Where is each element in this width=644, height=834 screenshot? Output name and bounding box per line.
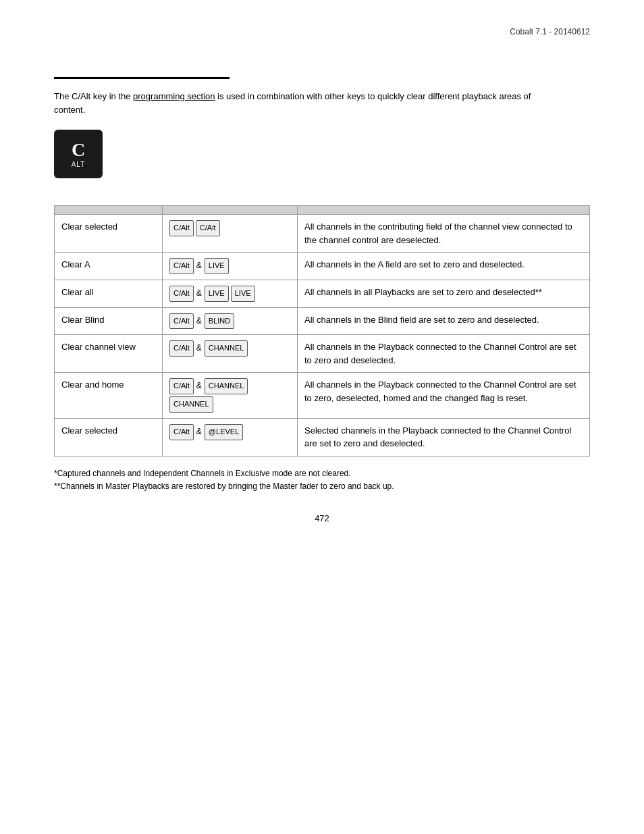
key-combo: C/Alt&CHANNEL <box>169 340 290 357</box>
key-badge: CHANNEL <box>169 396 213 413</box>
page-number: 472 <box>54 513 590 523</box>
key-badge: C/Alt <box>196 220 220 236</box>
key-combo: C/Alt&BLIND <box>169 313 290 330</box>
key-combo: C/Alt&LIVE <box>169 258 290 274</box>
footnotes: *Captured channels and Independent Chann… <box>54 467 590 493</box>
footnote-1: *Captured channels and Independent Chann… <box>54 467 590 480</box>
key-badge: C/Alt <box>169 220 194 236</box>
key-combo: C/Alt&@LEVEL <box>169 424 290 440</box>
key-letter: C <box>72 140 85 159</box>
key-badge: C/Alt <box>169 313 194 330</box>
intro-text-before: The C/Alt key in the <box>54 91 133 101</box>
shortcuts-table: Clear selectedC/AltC/AltAll channels in … <box>54 205 590 457</box>
key-badge: C/Alt <box>169 340 194 357</box>
description-cell: All channels in the contributing field o… <box>298 215 590 253</box>
table-row: Clear selectedC/AltC/AltAll channels in … <box>55 215 590 253</box>
col-header-action <box>55 206 163 215</box>
action-cell: Clear selected <box>55 215 163 253</box>
key-badge: LIVE <box>205 258 229 274</box>
action-cell: Clear A <box>55 253 163 280</box>
description-cell: All channels in the Playback connected t… <box>298 335 590 373</box>
key-combo: C/Alt&LIVELIVE <box>169 286 290 302</box>
description-cell: All channels in all Playbacks are set to… <box>298 280 590 307</box>
key-badge: @LEVEL <box>205 424 243 440</box>
c-alt-key-image: C ALT <box>54 130 103 178</box>
keys-cell: C/Alt&BLIND <box>163 307 298 335</box>
key-badge: LIVE <box>205 286 229 302</box>
keys-cell: C/AltC/Alt <box>163 215 298 253</box>
table-row: Clear allC/Alt&LIVELIVEAll channels in a… <box>55 280 590 307</box>
col-header-description <box>298 206 590 215</box>
intro-paragraph: The C/Alt key in the programming section… <box>54 90 540 116</box>
key-badge: C/Alt <box>169 286 194 302</box>
page: Cobalt 7.1 - 20140612 The C/Alt key in t… <box>0 0 644 550</box>
keys-cell: C/Alt&LIVE <box>163 253 298 280</box>
col-header-keys <box>163 206 298 215</box>
key-combo: C/Alt&CHANNELCHANNEL <box>169 378 290 413</box>
description-cell: All channels in the Blind field are set … <box>298 307 590 335</box>
action-cell: Clear and home <box>55 373 163 419</box>
table-row: Clear channel viewC/Alt&CHANNELAll chann… <box>55 335 590 373</box>
description-cell: Selected channels in the Playback connec… <box>298 418 590 456</box>
key-badge: CHANNEL <box>205 378 248 394</box>
key-badge: C/Alt <box>169 258 194 274</box>
keys-cell: C/Alt&@LEVEL <box>163 418 298 456</box>
table-row: Clear selectedC/Alt&@LEVELSelected chann… <box>55 418 590 456</box>
table-row: Clear AC/Alt&LIVEAll channels in the A f… <box>55 253 590 280</box>
keys-cell: C/Alt&CHANNEL <box>163 335 298 373</box>
key-badge: C/Alt <box>169 378 194 394</box>
section-divider <box>54 77 230 79</box>
key-combo: C/AltC/Alt <box>169 220 290 236</box>
key-badge: LIVE <box>231 286 255 302</box>
page-header: Cobalt 7.1 - 20140612 <box>54 27 590 36</box>
keys-cell: C/Alt&CHANNELCHANNEL <box>163 373 298 419</box>
description-cell: All channels in the Playback connected t… <box>298 373 590 419</box>
programming-section-link[interactable]: programming section <box>133 91 215 101</box>
table-row: Clear BlindC/Alt&BLINDAll channels in th… <box>55 307 590 335</box>
footnote-2: **Channels in Master Playbacks are resto… <box>54 480 590 493</box>
action-cell: Clear channel view <box>55 335 163 373</box>
action-cell: Clear all <box>55 280 163 307</box>
table-header-row <box>55 206 590 215</box>
key-sub-label: ALT <box>72 161 86 168</box>
version-label: Cobalt 7.1 - 20140612 <box>510 27 590 36</box>
table-row: Clear and homeC/Alt&CHANNELCHANNELAll ch… <box>55 373 590 419</box>
keys-cell: C/Alt&LIVELIVE <box>163 280 298 307</box>
action-cell: Clear selected <box>55 418 163 456</box>
key-badge: CHANNEL <box>205 340 248 357</box>
key-badge: BLIND <box>205 313 234 330</box>
description-cell: All channels in the A field are set to z… <box>298 253 590 280</box>
key-badge: C/Alt <box>169 424 194 440</box>
action-cell: Clear Blind <box>55 307 163 335</box>
